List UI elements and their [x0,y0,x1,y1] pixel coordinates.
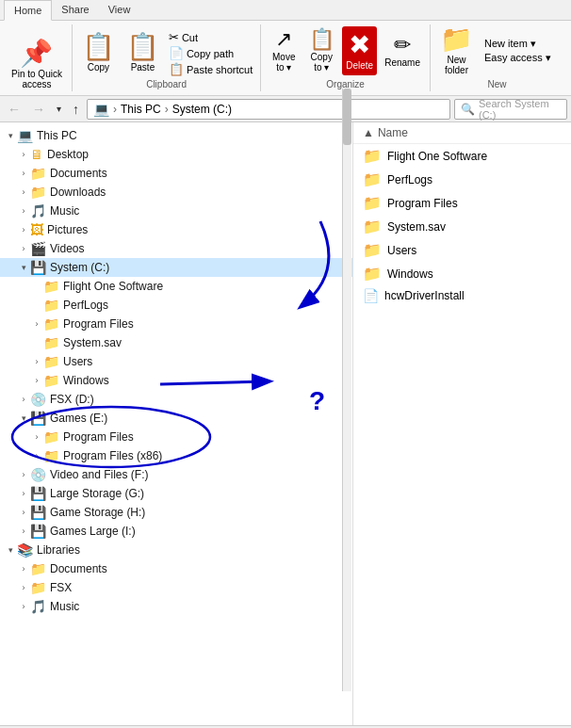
sidebar-item-system-sav[interactable]: 📁 System.sav [0,333,352,352]
content-item-system-sav[interactable]: 📁 System.sav [353,215,571,238]
new-folder-button[interactable]: 📁 Newfolder [436,24,477,77]
rename-button[interactable]: ✏ Rename [381,26,424,75]
pictures-icon: 🖼 [30,222,43,237]
paste-shortcut-label: Paste shortcut [187,64,253,75]
sidebar-item-perflogs[interactable]: 📁 PerfLogs [0,296,352,315]
sidebar-item-videos[interactable]: › 🎬 Videos [0,239,352,258]
scrollbar-thumb[interactable] [343,89,351,145]
sidebar-item-downloads[interactable]: › 📁 Downloads [0,183,352,202]
content-item-users[interactable]: 📁 Users [353,238,571,262]
search-placeholder: Search System (C:) [479,98,561,121]
sidebar-item-music[interactable]: › 🎵 Music [0,202,352,220]
sidebar-item-lib-fsx[interactable]: › 📁 FSX [0,578,352,597]
delete-icon: ✖ [349,32,370,58]
ribbon: Home Share View 📌 Pin to Quick access [0,0,571,96]
game-storage-label: Game Storage (H:) [50,506,145,519]
folder-icon-2: 📁 [363,170,382,188]
copy-label: Copy [88,62,109,73]
tab-home[interactable]: Home [4,0,52,21]
sidebar-item-lib-documents[interactable]: › 📁 Documents [0,559,352,578]
sidebar-item-program-files[interactable]: › 📁 Program Files [0,315,352,333]
search-icon: 🔍 [461,103,475,116]
paste-shortcut-icon: 📋 [169,62,184,76]
system-sav-icon: 📁 [43,335,59,350]
new-item-button[interactable]: New item ▾ [482,37,558,51]
address-bar[interactable]: 💻 › This PC › System (C:) [87,99,450,120]
copy-to-icon: 📋 [309,29,334,50]
sidebar-item-lib-music[interactable]: › 🎵 Music [0,597,352,616]
sidebar-item-fsx-d[interactable]: › 💿 FSX (D:) [0,390,352,409]
prog-files-e-icon: 📁 [43,429,59,445]
sidebar-item-desktop[interactable]: › 🖥 Desktop [0,145,352,164]
up-button[interactable]: ↑ [69,100,83,119]
content-header: ▲ Name [353,122,571,144]
sidebar-item-games-e[interactable]: ▾ 💾 Games (E:) [0,409,352,428]
sidebar-item-video-files-f[interactable]: › 💿 Video and Files (F:) [0,465,352,484]
lib-music-icon: 🎵 [30,599,46,614]
content-item-flight-one[interactable]: 📁 Flight One Software [353,144,571,168]
sidebar-scrollbar[interactable] [342,89,351,691]
sidebar-item-users[interactable]: › 📁 Users [0,352,352,371]
sidebar-item-game-storage-h[interactable]: › 💾 Game Storage (H:) [0,503,352,522]
content-pane: ▲ Name 📁 Flight One Software 📁 PerfLogs … [353,122,571,725]
content-item-windows[interactable]: 📁 Windows [353,262,571,285]
this-pc-label: This PC [37,129,77,142]
users-icon: 📁 [43,354,59,369]
document-icon: 📄 [363,288,379,303]
expand-desktop[interactable]: › [17,150,30,159]
delete-button[interactable]: ✖ Delete [342,26,377,75]
sidebar-item-this-pc[interactable]: ▾ 💻 This PC [0,126,352,145]
sidebar-item-flight-one[interactable]: 📁 Flight One Software [0,277,352,296]
sidebar-item-pictures[interactable]: › 🖼 Pictures [0,220,352,239]
toolbar: ← → ▾ ↑ 💻 › This PC › System (C:) 🔍 Sear… [0,96,571,122]
lib-fsx-icon: 📁 [30,580,46,595]
content-item-hcw-driver[interactable]: 📄 hcwDriverInstall [353,285,571,306]
back-button[interactable]: ← [4,100,24,119]
copy-button[interactable]: 📋 Copy [78,28,119,77]
tab-share[interactable]: Share [52,0,98,20]
sidebar-item-libraries[interactable]: ▾ 📚 Libraries [0,541,352,559]
program-files-icon: 📁 [43,316,59,332]
sort-name-label[interactable]: Name [378,126,408,139]
move-to-button[interactable]: ↗ Moveto ▾ [267,26,301,75]
expand-this-pc[interactable]: ▾ [4,131,17,140]
copy-to-button[interactable]: 📋 Copyto ▾ [304,26,338,75]
sidebar-item-large-storage-g[interactable]: › 💾 Large Storage (G:) [0,484,352,503]
easy-access-label: Easy access ▾ [484,52,551,64]
paste-button[interactable]: 📋 Paste [122,28,163,77]
breadcrumb-icon: 💻 [93,102,109,117]
folder-icon: 📁 [363,147,382,165]
breadcrumb-system-c[interactable]: System (C:) [172,103,232,116]
cut-button[interactable]: ✂ Cut [167,29,254,45]
paste-icon: 📋 [126,34,159,60]
copy-path-icon: 📄 [169,46,184,60]
videos-icon: 🎬 [30,241,46,256]
sidebar-item-documents[interactable]: › 📁 Documents [0,164,352,183]
system-c-icon: 💾 [30,260,46,275]
sidebar-item-program-files-x86[interactable]: › 📁 Program Files (x86) [0,446,352,465]
breadcrumb-this-pc[interactable]: This PC [121,103,161,116]
easy-access-button[interactable]: Easy access ▾ [482,51,558,65]
ribbon-tabs: Home Share View [0,0,571,21]
copy-icon: 📋 [82,34,115,60]
clipboard-label: Clipboard [146,79,187,91]
sidebar-item-system-c[interactable]: ▾ 💾 System (C:) [0,258,352,277]
rename-icon: ✏ [394,35,411,56]
game-h-icon: 💾 [30,505,46,520]
content-item-program-files[interactable]: 📁 Program Files [353,191,571,215]
tab-view[interactable]: View [99,0,140,20]
search-box[interactable]: 🔍 Search System (C:) [454,99,567,120]
paste-shortcut-button[interactable]: 📋 Paste shortcut [167,61,254,77]
recent-button[interactable]: ▾ [53,102,65,116]
sidebar-item-program-files-e[interactable]: › 📁 Program Files [0,428,352,446]
forward-button[interactable]: → [28,100,49,119]
libraries-icon: 📚 [17,542,33,558]
content-flight-one-label: Flight One Software [387,150,487,163]
this-pc-icon: 💻 [17,128,33,143]
sidebar-item-windows[interactable]: › 📁 Windows [0,371,352,390]
content-item-perflogs[interactable]: 📁 PerfLogs [353,168,571,191]
fsx-d-icon: 💿 [30,392,46,407]
pin-button[interactable]: 📌 Pin to Quick access [8,39,66,91]
sidebar-item-games-large-i[interactable]: › 💾 Games Large (I:) [0,522,352,541]
copy-path-button[interactable]: 📄 Copy path [167,45,254,61]
